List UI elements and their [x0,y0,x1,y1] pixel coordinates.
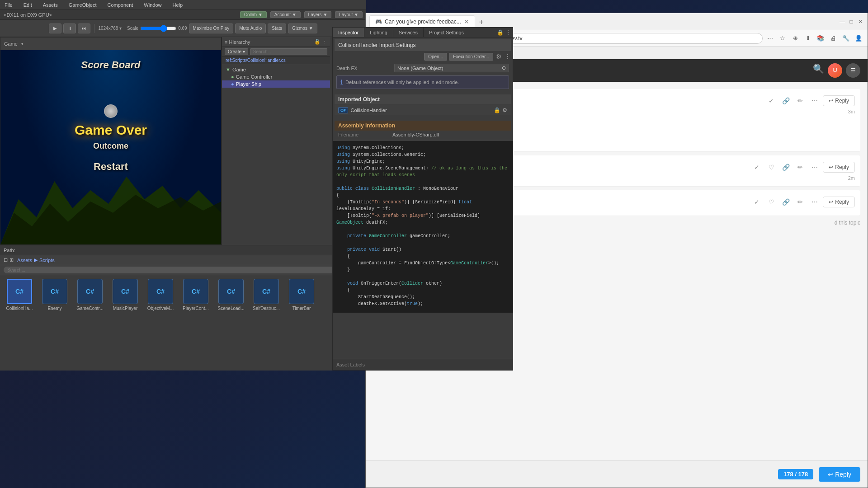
assets-search-input[interactable] [4,267,363,273]
hierarchy-item-game[interactable]: ▼ Game [222,66,330,73]
post-1-reply-button[interactable]: ↩ Reply [823,95,855,106]
viewport-tab[interactable]: Game [4,41,18,47]
asset-sceneloader[interactable]: SceneLoad... [215,279,247,311]
account-button[interactable]: Account ▼ [270,11,301,18]
breadcrumb-scripts[interactable]: Scripts [39,258,55,263]
path-label: Path: [4,248,15,253]
post-1-more-icon[interactable]: ⋯ [808,94,821,107]
menu-assets[interactable]: Assets [40,1,61,9]
maximize-button[interactable]: □ [848,18,855,25]
asset-collisionhandler[interactable]: CollisionHa... [4,279,35,311]
forum-user-avatar[interactable]: U [828,63,842,78]
asset-selfdestructor[interactable]: SelfDestruc... [250,279,282,311]
main-reply-button[interactable]: ↩ Reply [819,467,860,482]
tab-project-settings[interactable]: Project Settings [424,28,469,37]
tab-lighting[interactable]: Lighting [364,28,393,37]
assets-expand-icon[interactable]: ⊞ [9,257,14,263]
code-line-7: [Tooltip("In seconds")] [SerializeField]… [336,199,509,212]
menu-gameobject[interactable]: GameObject [66,1,99,9]
bookmark-star-btn[interactable]: ☆ [777,33,788,44]
mute-audio-button[interactable]: Mute Audio [235,23,266,33]
browser-tab-active[interactable]: 🎮 Can you give provide feedbac... ✕ [369,15,475,28]
post-3-link-icon[interactable]: 🔗 [779,196,792,208]
scale-slider[interactable] [140,25,176,32]
post-2-reply-button[interactable]: ↩ Reply [823,162,855,173]
breadcrumb-assets[interactable]: Assets [17,258,32,263]
forum-menu-btn[interactable]: ☰ [846,63,860,78]
post-3-reply-button[interactable]: ↩ Reply [823,197,855,207]
post-2-more-icon[interactable]: ⋯ [808,161,821,174]
hierarchy-search[interactable] [250,48,327,55]
imported-icon2[interactable]: ⚙ [502,107,507,113]
reader-btn[interactable]: 📚 [815,33,826,44]
browser-extensions-btn[interactable]: ⊕ [790,33,801,44]
maximize-on-play-button[interactable]: Maximize On Play [189,23,234,33]
inspector-gear-icon[interactable]: ⚙ [495,53,503,61]
menu-component[interactable]: Component [104,1,136,9]
tab-inspector[interactable]: Inspector [333,28,364,37]
new-tab-button[interactable]: + [476,17,487,28]
menu-help[interactable]: Help [170,1,185,9]
hierarchy-create-button[interactable]: Create ▾ [225,48,248,55]
asset-enemy[interactable]: Enemy [39,279,71,311]
asset-objectivemanager[interactable]: ObjectiveM... [145,279,176,311]
asset-icon-collisionhandler [7,279,32,304]
pause-button[interactable]: ⏸ [63,23,76,33]
open-button[interactable]: Open... [424,53,447,61]
post-3-heart-icon[interactable]: ♡ [765,196,778,208]
menu-edit[interactable]: Edit [21,1,35,9]
post-2-edit-icon[interactable]: ✏ [794,161,807,174]
info-box: ℹ Default references will only be applie… [336,75,509,89]
gizmos-button[interactable]: Gizmos ▼ [288,23,317,33]
inspector-menu-icon[interactable]: ⋮ [505,29,511,36]
asset-timerbar[interactable]: TimerBar [286,279,317,311]
outcome-text: Outcome [75,141,147,151]
close-button[interactable]: ✕ [857,18,864,25]
layers-button[interactable]: Layers ▼ [304,11,332,18]
post-2-link-icon[interactable]: 🔗 [779,161,792,174]
hierarchy-item-game-controller[interactable]: ● Game Controller [222,73,330,80]
minimize-button[interactable]: — [839,18,846,25]
hierarchy-lock-icon[interactable]: 🔓 [314,39,321,45]
tab-services[interactable]: Services [393,28,424,37]
death-fx-value[interactable]: None (Game Object) ⊙ [394,64,509,72]
post-1-edit-icon[interactable]: ✏ [794,94,807,107]
download-btn[interactable]: ⬇ [802,33,813,44]
post-1-check-icon[interactable]: ✓ [765,94,778,107]
menu-window[interactable]: Window [141,1,164,9]
user-btn[interactable]: 👤 [853,33,864,44]
post-3-more-icon[interactable]: ⋯ [808,196,821,208]
step-button[interactable]: ⏭ [78,23,90,33]
close-tab-button[interactable]: ✕ [464,18,469,25]
score-board-text: Score Board [0,59,221,71]
imported-icon1[interactable]: 🔒 [494,107,500,113]
asset-gamecontroller[interactable]: GameContr... [74,279,106,311]
hierarchy-menu-icon[interactable]: ⋮ [322,39,327,45]
menu-file[interactable]: File [2,1,15,9]
inspector-lock-icon[interactable]: 🔒 [497,29,504,36]
execution-order-button[interactable]: Execution Order... [449,53,493,61]
layout-button[interactable]: Layout ▼ [335,11,363,18]
stats-button[interactable]: Stats [268,23,286,33]
script-path-display: ref:Scripts/CollisionHandler.cs [222,57,330,64]
death-fx-target-icon[interactable]: ⊙ [502,65,506,71]
play-button[interactable]: ▶ [49,23,61,33]
hierarchy-item-player-ship[interactable]: ● Player Ship [222,80,330,88]
assets-collapse-icon[interactable]: ⊟ [4,257,8,263]
collab-button[interactable]: Collab ▼ [240,11,267,18]
forum-search-button[interactable]: 🔍 [813,63,824,78]
breadcrumb: Assets ▶ Scripts [17,257,55,263]
asset-playercontroller[interactable]: PlayerCont... [180,279,212,311]
settings-btn[interactable]: 🔧 [840,33,851,44]
post-3-edit-icon[interactable]: ✏ [794,196,807,208]
hierarchy-title: ≡ Hierarchy [225,39,250,45]
post-3-check-icon[interactable]: ✓ [750,196,763,208]
print-btn[interactable]: 🖨 [828,33,839,44]
inspector-more-icon[interactable]: ⋮ [505,53,511,61]
post-2-heart-icon[interactable]: ♡ [765,161,778,174]
browser-more-btn[interactable]: ⋯ [764,33,775,44]
asset-musicplayer[interactable]: MusicPlayer [109,279,141,311]
death-fx-label: Death FX [336,66,391,71]
post-2-check-icon[interactable]: ✓ [750,161,763,174]
post-1-link-icon[interactable]: 🔗 [779,94,792,107]
